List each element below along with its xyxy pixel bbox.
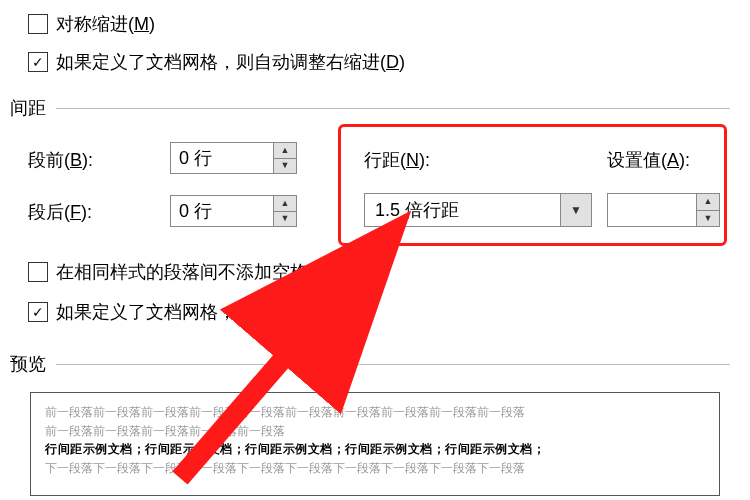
highlight-box	[338, 124, 727, 246]
no-space-same-style-label: 在相同样式的段落间不添加空格(C)	[56, 260, 333, 284]
space-before-down[interactable]: ▼	[274, 158, 296, 174]
spacing-group-header: 间距	[10, 96, 730, 120]
mirror-indent-row: 对称缩进(M)	[28, 12, 155, 36]
right-indent-grid-row: 如果定义了文档网格，则自动调整右缩进(D)	[28, 50, 405, 74]
divider	[56, 108, 730, 109]
divider	[56, 364, 730, 365]
at-down[interactable]: ▼	[697, 210, 719, 227]
mirror-indent-label: 对称缩进(M)	[56, 12, 155, 36]
snap-grid-checkbox[interactable]	[28, 302, 48, 322]
space-before-spinner[interactable]: 0 行 ▲ ▼	[170, 142, 297, 174]
preview-text-after: 下一段落下一段落下一段落下一段落下一段落下一段落下一段落下一段落下一段落下一段落	[45, 459, 705, 478]
space-after-down[interactable]: ▼	[274, 211, 296, 227]
line-spacing-value[interactable]: 1.5 倍行距	[364, 193, 561, 227]
no-space-same-style-row: 在相同样式的段落间不添加空格(C)	[28, 260, 333, 284]
at-label: 设置值(A):	[607, 148, 690, 172]
right-indent-grid-label: 如果定义了文档网格，则自动调整右缩进(D)	[56, 50, 405, 74]
space-before-label: 段前(B):	[28, 148, 93, 172]
preview-group-title: 预览	[10, 352, 46, 376]
space-after-label: 段后(F):	[28, 200, 92, 224]
no-space-same-style-checkbox[interactable]	[28, 262, 48, 282]
space-before-up[interactable]: ▲	[274, 143, 296, 158]
at-spinner[interactable]: ▲ ▼	[607, 193, 720, 227]
at-value[interactable]	[607, 193, 697, 227]
spacing-group-title: 间距	[10, 96, 46, 120]
snap-grid-row: 如果定义了文档网格，则 到网格(W)	[28, 300, 357, 324]
snap-grid-label: 如果定义了文档网格，则 到网格(W)	[56, 300, 357, 324]
paragraph-dialog: 对称缩进(M) 如果定义了文档网格，则自动调整右缩进(D) 间距 段前(B): …	[0, 0, 750, 500]
preview-text-sample: 行间距示例文档；行间距示例文档；行间距示例文档；行间距示例文档；行间距示例文档；	[45, 440, 705, 459]
space-before-value[interactable]: 0 行	[170, 142, 274, 174]
mirror-indent-checkbox[interactable]	[28, 14, 48, 34]
space-after-spinner[interactable]: 0 行 ▲ ▼	[170, 195, 297, 227]
right-indent-grid-checkbox[interactable]	[28, 52, 48, 72]
space-after-value[interactable]: 0 行	[170, 195, 274, 227]
line-spacing-combo[interactable]: 1.5 倍行距 ▼	[364, 193, 592, 227]
at-up[interactable]: ▲	[697, 194, 719, 210]
preview-text-before-2: 前一段落前一段落前一段落前一段落前一段落	[45, 422, 705, 441]
chevron-down-icon[interactable]: ▼	[561, 193, 592, 227]
space-after-up[interactable]: ▲	[274, 196, 296, 211]
preview-box: 前一段落前一段落前一段落前一段落前一段落前一段落前一段落前一段落前一段落前一段落…	[30, 392, 720, 496]
preview-text-before-1: 前一段落前一段落前一段落前一段落前一段落前一段落前一段落前一段落前一段落前一段落	[45, 403, 705, 422]
line-spacing-label: 行距(N):	[364, 148, 430, 172]
preview-group-header: 预览	[10, 352, 730, 376]
